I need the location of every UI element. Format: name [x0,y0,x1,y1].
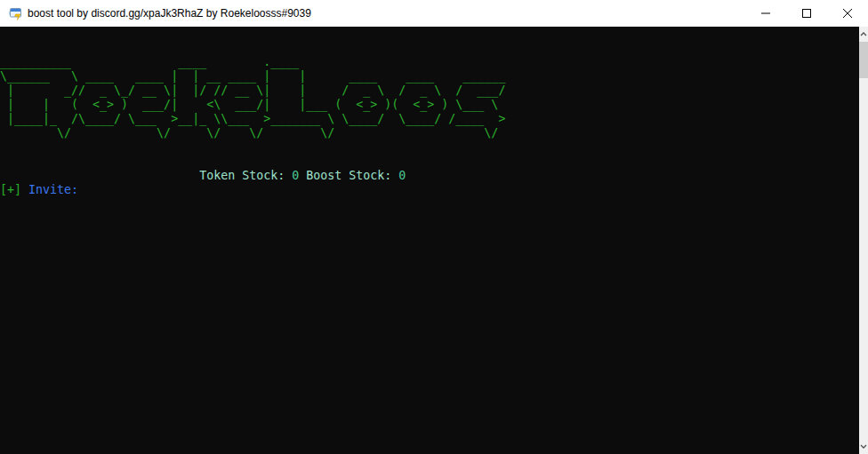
ascii-art-line: __________ ____ .____ [0,55,859,69]
minimize-button[interactable] [745,0,786,27]
console-text-segment [0,169,199,182]
console-output: __________ ____ .____\______ \ ____ ____… [0,27,859,454]
invite-label: Invite: [28,183,78,196]
ascii-art-line: \/ \/ \/ \/ \/ \/ [0,126,859,140]
scrollbar-thumb[interactable] [859,42,868,78]
maximize-button[interactable] [786,0,827,27]
invite-prompt-line: [+] Invite: [0,183,859,197]
console-text-segment: \/ \/ \/ \/ \/ \/ [0,126,498,139]
console-text-segment: |____|_ /\____/ \___ >__|_ \\___ >______… [0,112,505,125]
token-stock-label: Token Stock: [199,169,292,182]
blank-line [0,41,859,55]
chevron-down-icon scroll-down-button[interactable] [859,439,868,454]
window-title: boost tool by discord.gg/xpaJk3RhaZ by R… [28,7,311,20]
console-text-segment: \______ \ ____ ____ | | __ ____ | | ____… [0,69,505,83]
chevron-up-icon scroll-up-button[interactable] [859,27,868,42]
window-controls [745,0,868,27]
ascii-art-line: | | ( <_> ) ___/| <\ ___/| |___ ( <_> )(… [0,98,859,112]
console-text: __________ ____ .____\______ \ ____ ____… [0,27,859,197]
console-text-segment: __________ ____ .____ [0,55,299,68]
ascii-art-line: \______ \ ____ ____ | | __ ____ | | ____… [0,69,859,84]
boost-stock-label: Boost Stock: [299,169,398,182]
blank-line [0,27,859,41]
stock-line: Token Stock: 0 Boost Stock: 0 [0,169,859,183]
blank-line [0,155,859,169]
scrollbar[interactable] [859,27,868,454]
ascii-art-line: | _// _ \_/ __ \| |/ // __ \| | / _ \ / … [0,84,859,98]
app-window: boost tool by discord.gg/xpaJk3RhaZ by R… [0,0,868,454]
console-text-segment: | | ( <_> ) ___/| <\ ___/| |___ ( <_> )(… [0,98,505,111]
blank-line [0,140,859,155]
plus-badge: [+] [0,183,21,196]
close-button[interactable] [827,0,868,27]
console-app-icon [8,6,22,20]
console-text-segment: | _// _ \_/ __ \| |/ // __ \| | / _ \ / … [0,84,505,97]
console-text-segment [21,183,28,196]
titlebar: boost tool by discord.gg/xpaJk3RhaZ by R… [0,0,868,27]
ascii-art-line: |____|_ /\____/ \___ >__|_ \\___ >______… [0,112,859,126]
boost-stock-value: 0 [398,169,406,182]
